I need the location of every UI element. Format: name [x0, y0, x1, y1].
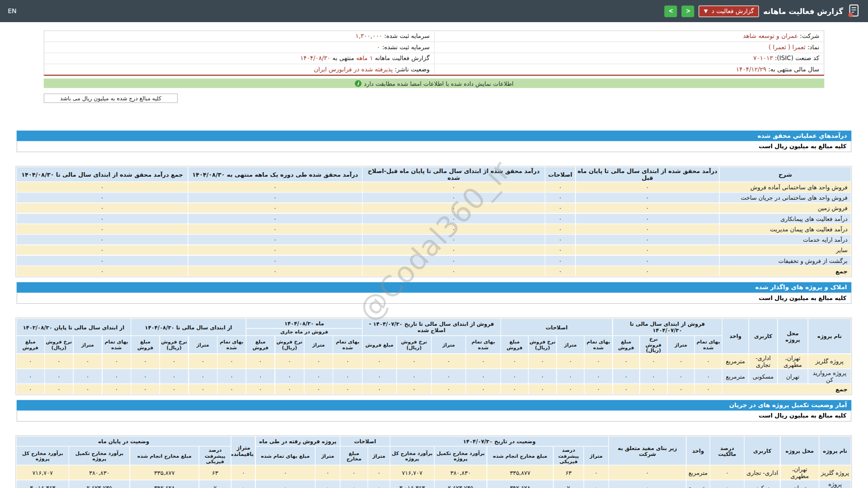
table-cell: مسکونی — [744, 480, 780, 488]
issuer-status-info: وضعیت ناشر: پذیرفته شده در فرابورس ایران — [44, 64, 434, 75]
table-cell: ۶۳ — [553, 465, 584, 480]
table-cell: ۰ — [362, 255, 545, 266]
column-header: محل پروژه — [780, 436, 819, 465]
table-cell: ۰ — [545, 235, 576, 245]
nav-back-button[interactable]: < — [665, 5, 677, 17]
table-cell: ۳۹۲,۶۲۸ — [130, 480, 199, 488]
table-cell: ۰ — [362, 369, 396, 384]
table-cell: ۰ — [160, 354, 189, 369]
column-header: مبلغ فروش — [613, 336, 640, 354]
table-cell: ۰ — [73, 354, 102, 369]
section-title-realized-revenues: درآمدهاي عملياتي محقق شده — [17, 131, 852, 141]
column-header: بهای تمام شده — [217, 336, 246, 354]
column-header: درآمد محقق شده از ابتدای سال مالی تا پای… — [362, 167, 545, 182]
table-row: درآمد فعالیت های پیمان مدیریت۰۰۰۰۰ — [16, 224, 851, 234]
table-cell: ۰ — [362, 354, 396, 369]
table-cell: ۰ — [16, 369, 44, 384]
table-cell: ۰ — [246, 354, 275, 369]
table-cell: ۰ — [315, 465, 340, 480]
table-cell: ۰ — [188, 266, 363, 276]
table-cell: ۲,۶۲۳,۷۳۵ — [434, 480, 487, 488]
column-header: شرح — [719, 167, 851, 182]
column-header: متراژ — [584, 446, 609, 465]
table-row: فروش واحد های ساختمانی آماده فروش۰۰۰۰۰ — [16, 182, 851, 192]
nav-forward-button[interactable]: > — [682, 5, 694, 17]
table-cell: ۰ — [16, 203, 188, 213]
report-icon[interactable] — [848, 4, 860, 19]
row-label: برگشت از فروش و تخفیفات — [719, 255, 851, 266]
column-group-header: از ابتدای سال مالی تا ۱۴۰۴/۰۸/۳۰ — [131, 319, 246, 336]
table-cell: ۰ — [667, 354, 694, 369]
projects-completion-table: نام پروژهمحل پروژهکاربریدرصد مالکیتواحدز… — [16, 436, 851, 488]
table-cell: ۰ — [396, 369, 431, 384]
table-cell: ۰ — [217, 384, 246, 394]
row-label: فروش واحد های ساختمانی در جریان ساخت — [719, 192, 851, 203]
column-header: متراژ — [667, 336, 694, 354]
column-header: مبلغ فروش — [246, 336, 275, 354]
column-header: متراژ — [304, 336, 333, 354]
table-cell: ۰ — [16, 235, 188, 245]
table-cell: ۰ — [304, 354, 333, 369]
amounts-note: کلیه مبالغ درج شده به میلیون ریال می باش… — [44, 94, 178, 103]
row-label: فروش زمین — [719, 203, 851, 213]
table-cell: ۰ — [500, 384, 528, 394]
table-cell: ۳۸۰,۸۳۰ — [69, 465, 130, 480]
table-row: پروژه مروارید کنتهرانمسکونیمترمربع۰۰۰۰۰۰… — [16, 369, 851, 384]
table-cell: ۰ — [576, 255, 719, 266]
table-cell: ۰ — [304, 369, 333, 384]
table-cell: ۰ — [16, 266, 188, 276]
table-cell: ۰ — [584, 480, 609, 488]
table-cell: ۰ — [315, 480, 340, 488]
table-cell: ۰ — [188, 203, 363, 213]
column-header: بهای تمام شده — [466, 336, 500, 354]
column-header: نرخ فروش (ریال) — [275, 336, 304, 354]
table-cell: ۰ — [189, 369, 217, 384]
table-cell: ۰ — [246, 384, 275, 394]
column-header: بهای تمام شده — [584, 336, 612, 354]
table-row: برگشت از فروش و تخفیفات۰۰۰۰۰ — [16, 255, 851, 266]
table-cell: ۰ — [545, 266, 576, 276]
column-header: مبلغ فروش — [16, 336, 44, 354]
info-row: سال مالی منتهی به: ۱۴۰۴/۱۲/۲۹ وضعیت ناشر… — [44, 64, 824, 75]
section-note: کلیه مبالغ به میلیون ریال است — [17, 293, 852, 304]
table-cell: ۰ — [73, 384, 102, 394]
table-cell: ۰ — [16, 384, 44, 394]
info-row: نماد: ثعمرا ( ثعمرا ) سرمایه ثبت نشده: ۰ — [44, 42, 824, 53]
project-unit: مترمربع — [722, 354, 749, 369]
table-cell: ۰ — [16, 224, 188, 234]
table-header-row: شرحدرآمد محقق شده از ابتدای سال مالی تا … — [16, 167, 851, 182]
row-label: درآمد فعالیت های پیمانکاری — [719, 213, 851, 224]
project-name: پروژه مروارید کن — [808, 369, 851, 384]
table-cell: ۰ — [576, 203, 719, 213]
page: گزارش فعالیت ماهانه گزارش فعالیت د ▼ > <… — [0, 0, 868, 488]
column-header: زیر بنای مفید متعلق به شرکت — [609, 436, 686, 465]
column-header: متراژ — [557, 336, 584, 354]
table-cell: ۰ — [188, 192, 363, 203]
table-cell: ۰ — [576, 245, 719, 255]
table-cell: ۰ — [188, 182, 363, 192]
column-header: مبلغ بهای تمام شده — [255, 446, 315, 465]
table-cell: ۰ — [16, 213, 188, 224]
column-header: برآورد مخارج تکمیل پروژه — [69, 446, 130, 465]
row-label: جمع — [722, 384, 851, 394]
table-cell: ۰ — [246, 369, 275, 384]
table-cell: ۰ — [431, 354, 466, 369]
column-group-header: فروش از ابتدای سال مالی تا ۱۴۰۴/۰۷/۳۰ — [613, 319, 722, 336]
table-cell: ۰ — [640, 384, 667, 394]
symbol-info: نماد: ثعمرا ( ثعمرا ) — [434, 42, 824, 52]
table-cell: ۰ — [431, 384, 466, 394]
table-cell: ۰ — [275, 384, 304, 394]
column-header: نرخ فروش (ریال) — [44, 336, 73, 354]
table-row: درآمد فعالیت های پیمانکاری۰۰۰۰۰ — [16, 213, 851, 224]
table-cell: ۰ — [16, 182, 188, 192]
project-name: پروژه گلریز — [808, 354, 851, 369]
section-transferred-properties: املاک و پروژه های واگذار شده کلیه مبالغ … — [17, 282, 852, 394]
registered-capital-info: سرمایه ثبت شده: ۱,۳۰۰,۰۰۰ — [44, 31, 434, 42]
column-group-header: اصلاحات — [340, 436, 390, 446]
column-header: متراژ — [189, 336, 217, 354]
language-en-link[interactable]: EN — [8, 7, 16, 15]
report-type-dropdown[interactable]: گزارش فعالیت د ▼ — [699, 5, 759, 17]
table-cell: ۰ — [710, 480, 744, 488]
table-cell: ۰ — [576, 192, 719, 203]
table-cell: ۰ — [557, 384, 584, 394]
